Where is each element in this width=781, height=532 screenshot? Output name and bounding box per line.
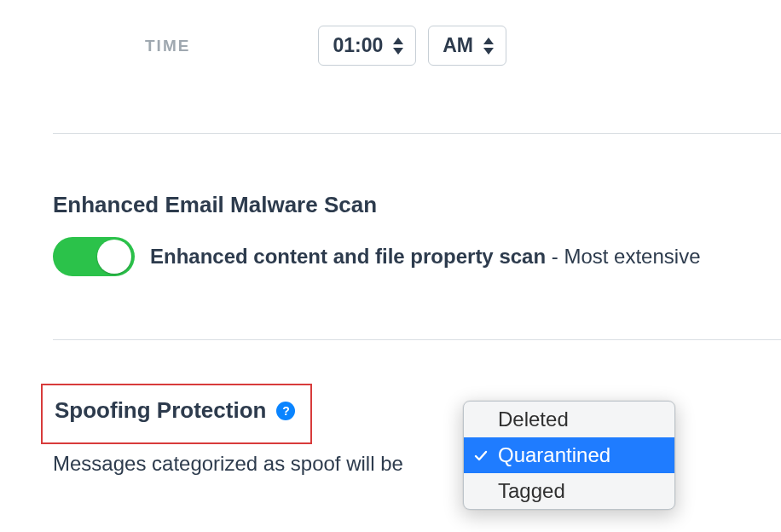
help-icon[interactable]: ? [276, 402, 295, 420]
svg-marker-3 [483, 48, 494, 55]
section-divider [53, 339, 781, 340]
enhanced-scan-label: Enhanced content and file property scan … [150, 245, 701, 269]
enhanced-scan-suffix: - Most extensive [546, 245, 700, 268]
spoofing-description: Messages categorized as spoof will be [53, 452, 403, 476]
section-divider [53, 133, 781, 134]
enhanced-scan-toggle[interactable] [53, 237, 135, 276]
time-hour-select[interactable]: 01:00 [318, 26, 416, 66]
spoof-option-deleted[interactable]: Deleted [464, 402, 674, 437]
time-meridiem-select[interactable]: AM [428, 26, 506, 66]
svg-marker-2 [483, 38, 494, 44]
spoof-option-quarantined-label: Quarantined [498, 443, 610, 466]
time-label: TIME [145, 37, 190, 55]
spoof-option-tagged[interactable]: Tagged [464, 473, 674, 509]
svg-marker-1 [393, 48, 403, 55]
check-icon [474, 443, 488, 467]
spoof-action-dropdown[interactable]: Deleted Quarantined Tagged [463, 401, 675, 510]
stepper-icon [483, 38, 494, 55]
spoofing-protection-heading: Spoofing Protection [55, 397, 266, 424]
toggle-knob [97, 240, 131, 274]
time-meridiem-value: AM [443, 34, 473, 57]
malware-scan-heading: Enhanced Email Malware Scan [53, 192, 377, 218]
svg-marker-0 [393, 38, 403, 44]
time-hour-value: 01:00 [333, 34, 383, 57]
stepper-icon [393, 38, 403, 55]
spoof-option-quarantined[interactable]: Quarantined [464, 437, 674, 473]
enhanced-scan-main-text: Enhanced content and file property scan [150, 245, 546, 268]
spoofing-protection-highlight: Spoofing Protection ? [41, 384, 312, 444]
